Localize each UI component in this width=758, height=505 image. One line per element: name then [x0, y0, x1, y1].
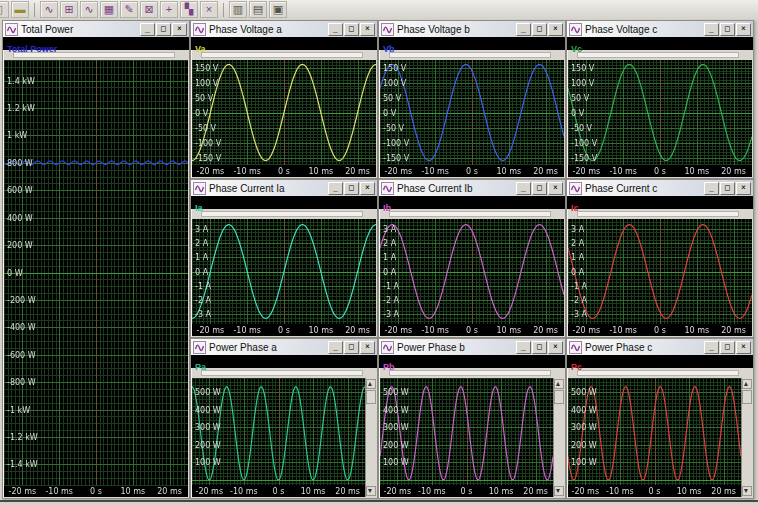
- plot-canvas-power-phase-c[interactable]: [568, 378, 741, 497]
- minimize-button[interactable]: _: [328, 341, 343, 354]
- scroll-down-icon[interactable]: [366, 486, 376, 496]
- minimize-button[interactable]: _: [704, 341, 719, 354]
- close-button[interactable]: ×: [548, 23, 563, 36]
- scroll-down-icon[interactable]: [742, 486, 752, 496]
- close-button[interactable]: ×: [360, 341, 375, 354]
- maximize-button[interactable]: □: [344, 341, 359, 354]
- plot-canvas-phase-current-ib[interactable]: [380, 219, 564, 336]
- maximize-button[interactable]: □: [720, 23, 735, 36]
- maximize-button[interactable]: □: [532, 341, 547, 354]
- plot-canvas-total-power[interactable]: [4, 60, 188, 497]
- maximize-button[interactable]: □: [532, 182, 547, 195]
- plot-hscrollbar[interactable]: [201, 52, 363, 58]
- save-icon[interactable]: ▬: [11, 1, 29, 18]
- minimize-button[interactable]: _: [516, 182, 531, 195]
- plot-icon[interactable]: ∿: [40, 1, 58, 18]
- crosshair-icon[interactable]: +: [160, 1, 178, 18]
- cascade-icon[interactable]: ▣: [269, 1, 287, 18]
- scrollbar-thumb[interactable]: [554, 390, 564, 404]
- scrollbar-thumb[interactable]: [742, 390, 752, 404]
- scroll-up-icon[interactable]: [366, 379, 376, 389]
- titlebar[interactable]: Phase Voltage c _□×: [567, 21, 753, 37]
- tile-vertical-icon[interactable]: ▥: [229, 1, 247, 18]
- plot-hscrollbar[interactable]: [389, 370, 551, 376]
- maximize-button[interactable]: □: [156, 23, 171, 36]
- plot-vscrollbar[interactable]: [365, 378, 376, 497]
- plot-canvas-phase-voltage-b[interactable]: [380, 60, 564, 177]
- scope-window-icon: [569, 341, 582, 354]
- maximize-button[interactable]: □: [532, 23, 547, 36]
- close-button[interactable]: ×: [736, 341, 751, 354]
- plot-hscrollbar[interactable]: [389, 52, 551, 58]
- close-button[interactable]: ×: [736, 182, 751, 195]
- window-title: Total Power: [21, 24, 137, 35]
- minimize-button[interactable]: _: [516, 341, 531, 354]
- plot-area: [380, 378, 564, 497]
- maximize-button[interactable]: □: [720, 341, 735, 354]
- hscroll-row: [567, 209, 753, 219]
- zoom-pencil-icon[interactable]: ✎: [120, 1, 138, 18]
- new-file-icon[interactable]: ▯: [0, 1, 9, 18]
- close-button[interactable]: ×: [548, 341, 563, 354]
- scope-window-icon: [193, 182, 206, 195]
- close-button[interactable]: ×: [736, 23, 751, 36]
- minimize-button[interactable]: _: [516, 23, 531, 36]
- minimize-button[interactable]: _: [704, 182, 719, 195]
- minor-grid-icon[interactable]: ▦: [100, 1, 118, 18]
- grid-plot-icon[interactable]: ⊞: [60, 1, 78, 18]
- tile-horizontal-icon[interactable]: ▤: [249, 1, 267, 18]
- plot-canvas-phase-current-ia[interactable]: [192, 219, 376, 336]
- plot-hscrollbar[interactable]: [13, 52, 175, 58]
- plot-canvas-phase-voltage-c[interactable]: [568, 60, 752, 177]
- titlebar[interactable]: Power Phase a _□×: [191, 339, 377, 355]
- plot-vscrollbar[interactable]: [553, 378, 564, 497]
- window-power-phase-b: Power Phase b _□× Pb: [378, 338, 566, 499]
- scrollbar-thumb[interactable]: [366, 390, 376, 404]
- axes-plot-icon[interactable]: ∿: [80, 1, 98, 18]
- minimize-button[interactable]: _: [140, 23, 155, 36]
- plot-canvas-power-phase-b[interactable]: [380, 378, 553, 497]
- plot-hscrollbar[interactable]: [577, 52, 739, 58]
- plot-canvas-phase-voltage-a[interactable]: [192, 60, 376, 177]
- window-phase-current-ib: Phase Current Ib _□× Ib: [378, 179, 566, 338]
- scope-window-icon: [381, 341, 394, 354]
- plot-hscrollbar[interactable]: [201, 211, 363, 217]
- maximize-button[interactable]: □: [344, 23, 359, 36]
- window-phase-voltage-a: Phase Voltage a _□× Va: [190, 20, 378, 179]
- plot-area: [380, 60, 564, 177]
- titlebar[interactable]: Power Phase c _□×: [567, 339, 753, 355]
- titlebar[interactable]: Phase Current Ib _□×: [379, 180, 565, 196]
- hscroll-row: [3, 50, 189, 60]
- plot-hscrollbar[interactable]: [577, 211, 739, 217]
- plot-vscrollbar[interactable]: [741, 378, 752, 497]
- scroll-up-icon[interactable]: [554, 379, 564, 389]
- delete-plot-icon[interactable]: ×: [200, 1, 218, 18]
- minimize-button[interactable]: _: [704, 23, 719, 36]
- plot-hscrollbar[interactable]: [389, 211, 551, 217]
- legend-bar: Pa: [191, 355, 377, 368]
- maximize-button[interactable]: □: [344, 182, 359, 195]
- maximize-button[interactable]: □: [720, 182, 735, 195]
- copy-plot-icon[interactable]: ▚: [180, 1, 198, 18]
- minimize-button[interactable]: _: [328, 23, 343, 36]
- titlebar[interactable]: Power Phase b _□×: [379, 339, 565, 355]
- close-button[interactable]: ×: [360, 23, 375, 36]
- plot-canvas-phase-current-c[interactable]: [568, 219, 752, 336]
- minimize-button[interactable]: _: [328, 182, 343, 195]
- plot-canvas-power-phase-a[interactable]: [192, 378, 365, 497]
- close-button[interactable]: ×: [360, 182, 375, 195]
- titlebar[interactable]: Phase Current c _□×: [567, 180, 753, 196]
- titlebar[interactable]: Phase Voltage a _□×: [191, 21, 377, 37]
- close-button[interactable]: ×: [172, 23, 187, 36]
- titlebar[interactable]: Total Power _□×: [3, 21, 189, 37]
- close-button[interactable]: ×: [548, 182, 563, 195]
- scroll-down-icon[interactable]: [554, 486, 564, 496]
- plot-hscrollbar[interactable]: [201, 370, 363, 376]
- fourier-plot-icon[interactable]: ⊠: [140, 1, 158, 18]
- plot-hscrollbar[interactable]: [577, 370, 739, 376]
- titlebar[interactable]: Phase Voltage b _□×: [379, 21, 565, 37]
- titlebar[interactable]: Phase Current Ia _□×: [191, 180, 377, 196]
- plot-area: [568, 219, 752, 336]
- legend-bar: Pc: [567, 355, 753, 368]
- scroll-up-icon[interactable]: [742, 379, 752, 389]
